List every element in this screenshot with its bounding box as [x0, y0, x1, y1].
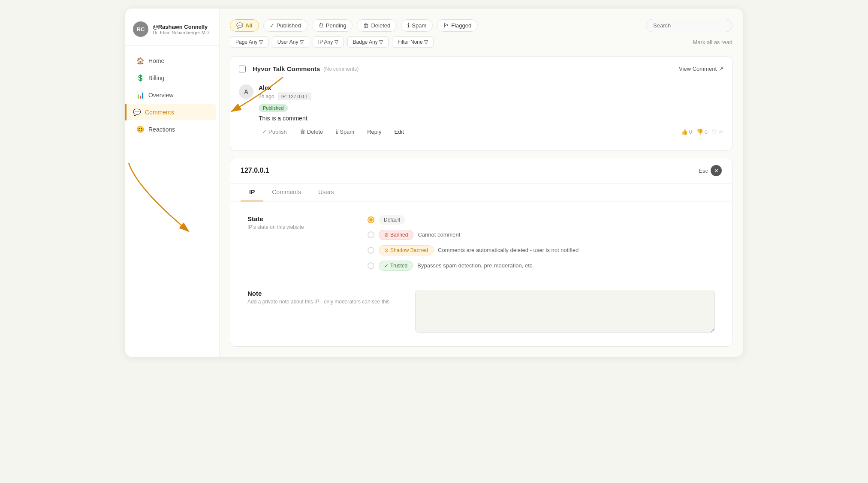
filter-tab-pending[interactable]: ⏱ Pending: [312, 19, 353, 32]
reactions-icon: 😊: [136, 126, 144, 133]
banned-icon: ⊘: [384, 232, 389, 238]
comment-author-name: Alex: [259, 84, 723, 91]
ip-address-title: 127.0.0.1: [241, 167, 269, 174]
trash-icon: 🗑: [300, 129, 305, 135]
trusted-description: Bypasses spam detection, pre-moderation,…: [417, 262, 534, 269]
ip-option-banned[interactable]: ⊘ Banned Cannot comment: [368, 230, 715, 240]
view-comment-button[interactable]: View Comment ↗: [679, 66, 723, 72]
check-icon: ✓: [270, 22, 274, 29]
filter-tab-all[interactable]: 💬 All: [230, 19, 259, 32]
info-icon: ℹ: [407, 22, 410, 29]
filter-tab-deleted[interactable]: 🗑 Deleted: [357, 19, 397, 32]
heart-icon: ♡: [712, 129, 717, 135]
close-panel-button[interactable]: Esc ✕: [699, 165, 722, 176]
shadow-description: Comments are automatically deleted - use…: [438, 247, 579, 253]
sidebar-item-label: Overview: [148, 92, 173, 99]
all-icon: 💬: [236, 22, 243, 29]
delete-button[interactable]: 🗑 Delete: [296, 127, 327, 137]
sidebar-item-home[interactable]: 🏠 Home: [129, 53, 216, 69]
user-filter[interactable]: User Any ▽: [272, 36, 309, 48]
section-checkbox[interactable]: [239, 66, 246, 72]
avatar: RC: [133, 21, 148, 37]
star-count: ♡ ☆: [712, 129, 723, 135]
radio-banned: [368, 231, 374, 238]
billing-icon: 💲: [136, 74, 144, 82]
comments-icon: 💬: [133, 108, 141, 116]
comment-meta: 2h ago IP: 127.0.0.1: [259, 93, 723, 100]
sidebar-item-reactions[interactable]: 😊 Reactions: [129, 121, 216, 138]
ip-option-trusted[interactable]: ✓ Trusted Bypasses spam detection, pre-m…: [368, 261, 715, 271]
comment-body: Alex 2h ago IP: 127.0.0.1 Published This…: [259, 84, 723, 137]
state-title: State: [247, 215, 342, 222]
publish-button[interactable]: ✓ Publish: [259, 127, 290, 137]
search-input[interactable]: [646, 19, 732, 32]
ip-content: State IP's state on this website Default: [230, 201, 732, 290]
sub-filter-bar: Page Any ▽ User Any ▽ IP Any ▽ Badge Any…: [230, 36, 732, 48]
sidebar-item-label: Billing: [148, 75, 164, 81]
ip-panel: 127.0.0.1 Esc ✕ IP Comments Users: [230, 158, 732, 347]
ip-option-shadow-banned[interactable]: ⊙ Shadow Banned Comments are automatical…: [368, 245, 715, 255]
main-content: 💬 All ✓ Published ⏱ Pending 🗑 Deleted ℹ …: [220, 9, 743, 357]
note-section: Note Add a private note about this IP - …: [230, 290, 732, 346]
ip-state-label: State IP's state on this website: [247, 215, 342, 276]
delete-icon: 🗑: [363, 22, 369, 29]
page-filter[interactable]: Page Any ▽: [230, 36, 268, 48]
sidebar-item-label: Reactions: [148, 126, 175, 133]
ip-tabs: IP Comments Users: [230, 183, 732, 201]
external-link-icon: ↗: [719, 66, 723, 72]
tab-ip[interactable]: IP: [241, 183, 263, 201]
close-icon[interactable]: ✕: [711, 165, 722, 176]
note-label: Note Add a private note about this IP - …: [247, 290, 389, 333]
comment-time: 2h ago: [259, 93, 274, 99]
comment-text: This is a comment: [259, 115, 723, 122]
ip-state-options: Default ⊘ Banned Cannot comment: [368, 215, 715, 276]
like-count: 👍 0: [681, 129, 692, 135]
sidebar-item-overview[interactable]: 📊 Overview: [129, 87, 216, 103]
tab-comments[interactable]: Comments: [263, 183, 310, 201]
badge-trusted: ✓ Trusted: [379, 261, 413, 271]
badge-filter[interactable]: Badge Any ▽: [347, 36, 389, 48]
spam-icon: ℹ: [336, 129, 338, 135]
radio-shadow: [368, 247, 374, 254]
spam-button[interactable]: ℹ Spam: [332, 127, 358, 137]
note-title: Note: [247, 290, 389, 297]
comment-author-avatar: A: [239, 84, 253, 99]
sidebar-item-label: Home: [148, 57, 164, 64]
comment-section-header: Hyvor Talk Comments (No comments) View C…: [239, 65, 723, 72]
filter-tab-published[interactable]: ✓ Published: [263, 19, 307, 32]
sidebar-item-billing[interactable]: 💲 Billing: [129, 70, 216, 86]
section-title: Hyvor Talk Comments (No comments): [253, 65, 359, 72]
sidebar-item-comments[interactable]: 💬 Comments: [125, 104, 216, 120]
note-textarea[interactable]: [415, 290, 715, 333]
note-subtitle: Add a private note about this IP - only …: [247, 299, 389, 305]
thumbs-up-icon: 👍: [681, 129, 688, 135]
filter-tab-flagged[interactable]: 🏳 Flagged: [437, 19, 478, 32]
esc-label: Esc: [699, 168, 708, 174]
trusted-icon: ✓: [384, 263, 389, 269]
radio-trusted: [368, 262, 374, 269]
star-icon: ☆: [718, 129, 723, 135]
ip-option-default[interactable]: Default: [368, 215, 715, 225]
ip-filter[interactable]: IP Any ▽: [313, 36, 344, 48]
sidebar-item-label: Comments: [145, 109, 174, 116]
comment-actions: ✓ Publish 🗑 Delete ℹ Spam Reply: [259, 127, 723, 137]
overview-icon: 📊: [136, 91, 144, 99]
comment-ip-badge[interactable]: IP: 127.0.0.1: [278, 93, 311, 100]
home-icon: 🏠: [136, 57, 144, 65]
mark-all-read-button[interactable]: Mark all as read: [693, 39, 732, 45]
radio-default: [368, 216, 374, 223]
check-small-icon: ✓: [262, 129, 267, 135]
reply-button[interactable]: Reply: [364, 127, 385, 137]
badge-banned: ⊘ Banned: [379, 230, 413, 240]
badge-shadow: ⊙ Shadow Banned: [379, 245, 434, 255]
tab-users[interactable]: Users: [310, 183, 343, 201]
filter-tab-spam[interactable]: ℹ Spam: [401, 19, 433, 32]
general-filter[interactable]: Filter None ▽: [392, 36, 434, 48]
edit-button[interactable]: Edit: [391, 127, 407, 137]
comment-item: A Alex 2h ago IP: 127.0.0.1 Published Th…: [239, 79, 723, 142]
status-badge: Published: [259, 104, 288, 112]
filter-bar: 💬 All ✓ Published ⏱ Pending 🗑 Deleted ℹ …: [230, 19, 732, 32]
flag-icon: 🏳: [443, 22, 449, 29]
pending-icon: ⏱: [318, 22, 324, 29]
user-card: RC @Rashawn Connelly Dr. Elian Schamberg…: [125, 17, 219, 46]
